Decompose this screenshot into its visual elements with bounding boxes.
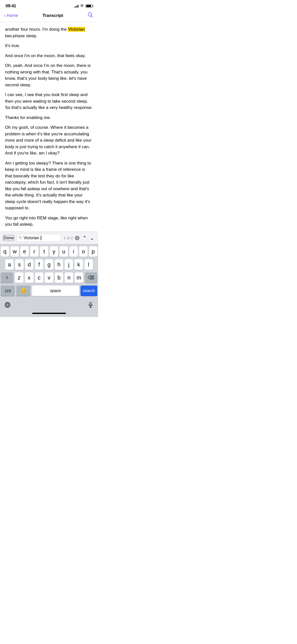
keyboard-row-3: ⇧ z x c v b n m ⌫ — [1, 272, 97, 283]
key-l[interactable]: l — [84, 259, 93, 270]
key-emoji[interactable]: 😊 — [16, 286, 30, 296]
wifi-icon — [80, 4, 84, 8]
key-mic[interactable] — [85, 300, 96, 310]
key-s[interactable]: s — [15, 259, 23, 270]
find-next-button[interactable]: ⌄ — [89, 235, 95, 240]
key-y[interactable]: y — [50, 246, 58, 257]
search-icon[interactable] — [88, 12, 93, 19]
key-k[interactable]: k — [74, 259, 83, 270]
signal-bars-icon — [74, 5, 78, 8]
key-j[interactable]: j — [65, 259, 73, 270]
key-v[interactable]: v — [45, 272, 53, 283]
key-p[interactable]: p — [89, 246, 97, 257]
key-z[interactable]: z — [15, 272, 23, 283]
key-shift[interactable]: ⇧ — [1, 272, 13, 283]
highlight-victorian: Victorian — [68, 27, 85, 32]
key-f[interactable]: f — [35, 259, 43, 270]
key-t[interactable]: t — [40, 246, 48, 257]
find-search-icon — [19, 236, 22, 240]
find-clear-button[interactable] — [75, 236, 79, 240]
key-h[interactable]: h — [55, 259, 63, 270]
nav-title: Transcript — [43, 13, 63, 18]
paragraph-6: Oh my gosh, of course. Where it becomes … — [5, 124, 93, 156]
key-r[interactable]: r — [30, 246, 38, 257]
key-i[interactable]: i — [69, 246, 78, 257]
key-o[interactable]: o — [79, 246, 88, 257]
find-input-wrapper[interactable]: Victorian — [16, 234, 62, 242]
paragraph-7: Am I getting too sleepy? There is one th… — [5, 160, 93, 211]
find-bar: Done Victorian 1 of 2 ⌃ ⌄ — [0, 232, 98, 244]
key-g[interactable]: g — [45, 259, 53, 270]
paragraph-4: I can see, I see that you took first sle… — [5, 92, 93, 111]
home-indicator — [32, 313, 66, 314]
key-numbers[interactable]: 123 — [1, 286, 15, 296]
back-button[interactable]: ‹ Home — [4, 13, 18, 18]
key-u[interactable]: u — [60, 246, 68, 257]
key-c[interactable]: c — [35, 272, 44, 283]
find-prev-button[interactable]: ⌃ — [81, 235, 88, 240]
paragraph-5: Thanks for enabling me. — [5, 114, 93, 121]
find-count: 1 of 2 — [63, 236, 73, 240]
paragraph-3: Oh, yeah. And once I'm on the moon, ther… — [5, 62, 93, 88]
status-bar: 09:41 — [0, 0, 98, 10]
key-q[interactable]: q — [1, 246, 9, 257]
key-w[interactable]: w — [11, 246, 19, 257]
svg-rect-3 — [90, 302, 91, 305]
back-chevron-icon: ‹ — [4, 13, 6, 18]
key-m[interactable]: m — [75, 272, 83, 283]
key-globe[interactable] — [2, 300, 13, 310]
key-b[interactable]: b — [55, 272, 63, 283]
keyboard-row-2: a s d f g h j k l — [1, 259, 97, 270]
transcript-content: another four hours. I'm doing the Victor… — [0, 22, 98, 232]
keyboard-row-1: q w e r t y u i o p — [1, 246, 97, 257]
keyboard-bottom-row — [1, 299, 97, 311]
battery-icon — [86, 5, 93, 8]
keyboard[interactable]: q w e r t y u i o p a s d f g h j k l ⇧ … — [0, 244, 98, 311]
paragraph-1: It's true. — [5, 43, 93, 49]
home-indicator-area — [0, 311, 98, 317]
key-x[interactable]: x — [25, 272, 33, 283]
status-icons — [74, 4, 93, 8]
key-search[interactable]: search — [80, 286, 97, 296]
nav-bar: ‹ Home Transcript — [0, 10, 98, 22]
paragraph-8: You go right into REM stage, like right … — [5, 215, 93, 228]
key-n[interactable]: n — [65, 272, 73, 283]
find-done-button[interactable]: Done — [3, 235, 14, 241]
key-e[interactable]: e — [20, 246, 29, 257]
status-time: 09:41 — [6, 4, 16, 9]
paragraph-0: another four hours. I'm doing the Victor… — [5, 26, 93, 39]
find-query: Victorian — [24, 236, 39, 240]
paragraph-2: And once I'm on the moon, that feels oka… — [5, 53, 93, 59]
key-space[interactable]: space — [32, 286, 79, 296]
keyboard-row-4: 123 😊 space search — [1, 286, 97, 296]
key-delete[interactable]: ⌫ — [85, 272, 97, 283]
text-cursor — [41, 236, 41, 240]
key-d[interactable]: d — [25, 259, 33, 270]
back-label: Home — [7, 13, 18, 18]
find-nav-buttons: ⌃ ⌄ — [81, 235, 95, 240]
key-a[interactable]: a — [5, 259, 14, 270]
